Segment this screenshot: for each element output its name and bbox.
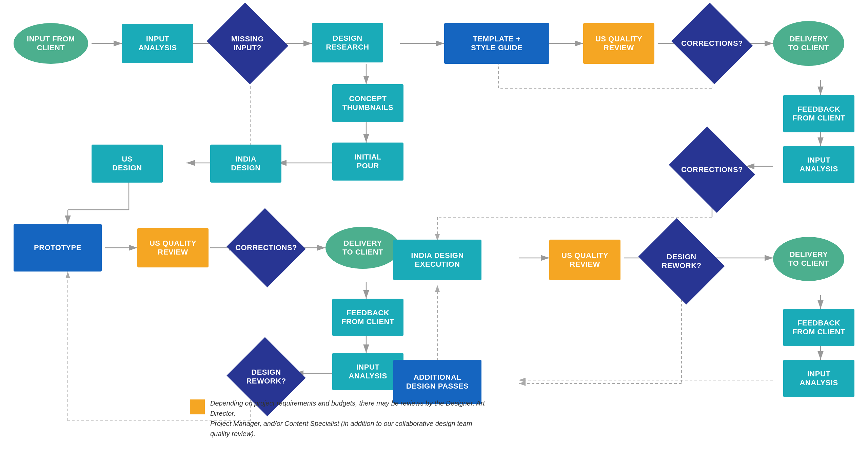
input-analysis-1-node: INPUT ANALYSIS: [122, 24, 193, 63]
feedback-from-client-3-node: FEEDBACK FROM CLIENT: [783, 309, 854, 346]
design-research-node: DESIGN RESEARCH: [312, 23, 383, 62]
template-style-guide-node: TEMPLATE + STYLE GUIDE: [444, 23, 549, 64]
input-analysis-3-node: INPUT ANALYSIS: [783, 146, 854, 183]
diagram-container: INPUT FROM CLIENT INPUT ANALYSIS MISSING…: [0, 0, 868, 449]
us-quality-review-3-node: US QUALITY REVIEW: [549, 240, 620, 280]
corrections-3-node: CORRECTIONS?: [678, 143, 746, 197]
us-quality-review-1-node: US QUALITY REVIEW: [137, 228, 209, 267]
corrections-1-node: CORRECTIONS?: [237, 221, 295, 275]
legend-orange-box: [190, 399, 205, 414]
india-design-1-node: INDIA DESIGN: [210, 145, 281, 183]
prototype-node: PROTOTYPE: [14, 224, 102, 272]
missing-input-node: MISSING INPUT?: [217, 16, 278, 71]
delivery-to-client-3-node: DELIVERY TO CLIENT: [773, 237, 844, 281]
legend-text: Depending on project requirements and bu…: [210, 398, 488, 439]
feedback-from-client-1-node: FEEDBACK FROM CLIENT: [332, 299, 403, 336]
feedback-from-client-2-node: FEEDBACK FROM CLIENT: [783, 95, 854, 132]
delivery-to-client-2-node: DELIVERY TO CLIENT: [773, 21, 844, 66]
input-analysis-4-node: INPUT ANALYSIS: [783, 360, 854, 397]
us-quality-review-2-node: US QUALITY REVIEW: [583, 23, 654, 64]
india-design-execution-node: INDIA DESIGN EXECUTION: [393, 240, 481, 280]
corrections-2-node: CORRECTIONS?: [682, 16, 743, 71]
concept-thumbnails-node: CONCEPT THUMBNAILS: [332, 84, 403, 122]
input-from-client-node: INPUT FROM CLIENT: [14, 23, 88, 64]
initial-pour-node: INITIAL POUR: [332, 143, 403, 181]
input-analysis-2-node: INPUT ANALYSIS: [332, 353, 403, 390]
additional-design-passes-node: ADDITIONAL DESIGN PASSES: [393, 360, 481, 404]
legend: Depending on project requirements and bu…: [190, 398, 488, 439]
us-design-1-node: US DESIGN: [92, 145, 163, 183]
delivery-to-client-1-node: DELIVERY TO CLIENT: [326, 227, 400, 269]
design-rework-1-node: DESIGN REWORK?: [237, 350, 295, 404]
design-rework-2-node: DESIGN REWORK?: [648, 234, 715, 288]
